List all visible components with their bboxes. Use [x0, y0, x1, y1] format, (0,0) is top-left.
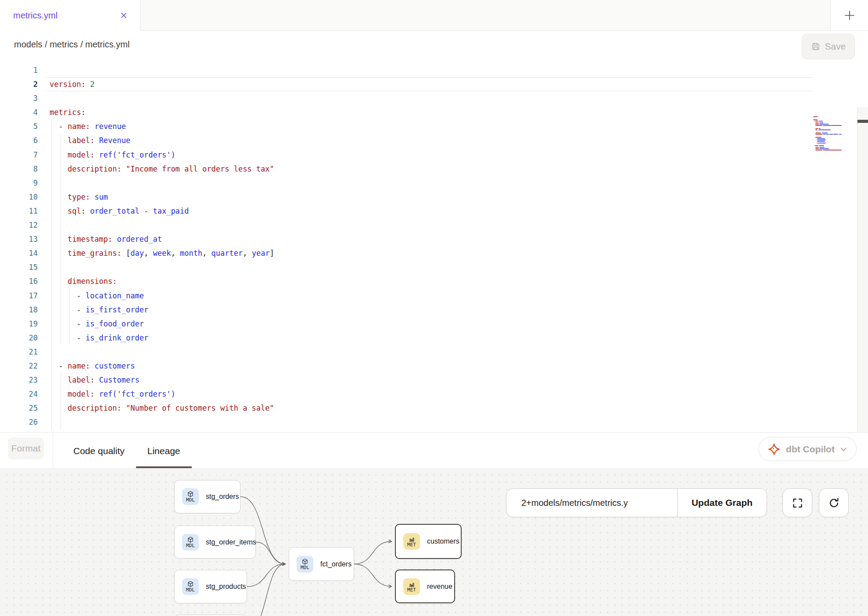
- tab-metrics-yml[interactable]: metrics.yml: [0, 0, 140, 31]
- minimap-line: [813, 141, 857, 142]
- tab-lineage-label: Lineage: [147, 446, 180, 456]
- minimap-line: [813, 148, 857, 149]
- code-line: [47, 91, 813, 105]
- line-number: 20: [0, 331, 38, 345]
- line-number: 18: [0, 303, 38, 317]
- plus-icon: [843, 9, 856, 21]
- code-line: dimensions:: [47, 274, 813, 288]
- tab-code-quality[interactable]: Code quality: [62, 433, 136, 469]
- refresh-button[interactable]: [819, 488, 849, 517]
- editor-scrollbar[interactable]: [857, 107, 868, 432]
- code-line: timestamp: ordered_at: [47, 232, 813, 246]
- line-number: 23: [0, 373, 38, 387]
- lineage-node-fct_orders[interactable]: MDLfct_orders: [289, 547, 354, 581]
- save-label: Save: [825, 41, 846, 52]
- mdl-badge-icon: MDL: [182, 488, 199, 505]
- code-lines: version: 2metrics: - name: revenue label…: [47, 63, 813, 429]
- code-line: - is_drink_order: [47, 331, 813, 345]
- node-label: customers: [427, 537, 459, 545]
- minimap-line: [813, 140, 857, 140]
- line-number: 25: [0, 401, 38, 415]
- tab-close-icon[interactable]: [118, 10, 129, 21]
- indent-guide: [51, 119, 52, 429]
- line-number: 8: [0, 162, 38, 176]
- code-line: - is_food_order: [47, 317, 813, 331]
- line-number: 12: [0, 218, 38, 232]
- code-line: type: sum: [47, 190, 813, 204]
- code-editor[interactable]: 1234567891011121314151617181920212223242…: [0, 54, 868, 432]
- lineage-node-revenue[interactable]: METrevenue: [395, 569, 455, 603]
- minimap-line: [813, 147, 857, 148]
- line-number: 21: [0, 345, 38, 359]
- active-tab-underline: [136, 466, 192, 468]
- met-badge-icon: MET: [403, 533, 420, 550]
- tab-lineage[interactable]: Lineage: [136, 433, 192, 469]
- minimap-line: [813, 135, 857, 136]
- code-line: [47, 176, 813, 190]
- minimap-line: [813, 118, 857, 119]
- chevron-down-icon: [840, 446, 847, 452]
- line-number: 9: [0, 176, 38, 190]
- lineage-canvas[interactable]: MDLstg_ordersMDLstg_order_itemsMDLstg_pr…: [0, 469, 868, 616]
- fullscreen-icon: [792, 497, 803, 509]
- copilot-label: dbt Copilot: [786, 444, 835, 455]
- line-number: 16: [0, 274, 38, 288]
- tab-title: metrics.yml: [13, 11, 118, 21]
- toolbar-divider: [53, 433, 53, 469]
- indent-guide: [69, 289, 70, 345]
- minimap-line: [813, 128, 857, 129]
- code-line: model: ref('fct_orders'): [47, 387, 813, 401]
- indent-guide: [61, 134, 61, 345]
- lineage-filter-input[interactable]: [506, 489, 677, 517]
- minimap-line: [813, 126, 857, 127]
- code-line: version: 2: [47, 77, 813, 91]
- code-line: - is_first_order: [47, 303, 813, 317]
- line-number-gutter: 1234567891011121314151617181920212223242…: [0, 63, 38, 429]
- save-button[interactable]: Save: [802, 34, 855, 59]
- scrollbar-thumb[interactable]: [857, 120, 868, 123]
- breadcrumb: models / metrics / metrics.yml: [14, 39, 129, 50]
- lineage-node-stg_orders[interactable]: MDLstg_orders: [174, 480, 240, 513]
- line-number: 24: [0, 387, 38, 401]
- code-line: [47, 218, 813, 232]
- save-icon: [811, 42, 821, 51]
- lineage-node-customers[interactable]: METcustomers: [395, 524, 462, 559]
- minimap-line: [813, 119, 857, 120]
- lineage-node-stg_products[interactable]: MDLstg_products: [174, 570, 247, 603]
- lineage-node-stg_order_items[interactable]: MDLstg_order_items: [174, 526, 256, 559]
- fullscreen-button[interactable]: [782, 488, 812, 517]
- format-button[interactable]: Format: [8, 437, 44, 459]
- code-line: description: "Income from all orders les…: [47, 162, 813, 176]
- code-line: [47, 345, 813, 359]
- minimap-line: [813, 121, 857, 122]
- line-number: 22: [0, 359, 38, 373]
- dbt-copilot-button[interactable]: dbt Copilot: [758, 437, 857, 461]
- minimap-line: [813, 138, 857, 139]
- line-number: 19: [0, 317, 38, 331]
- line-number: 5: [0, 119, 38, 133]
- update-graph-button[interactable]: Update Graph: [677, 489, 767, 517]
- code-line: label: Revenue: [47, 133, 813, 147]
- code-line: [47, 63, 813, 77]
- met-badge-icon: MET: [403, 578, 420, 595]
- minimap[interactable]: [813, 115, 857, 290]
- minimap-line: [813, 125, 857, 126]
- minimap-line: [813, 145, 857, 146]
- line-number: 17: [0, 289, 38, 303]
- line-number: 10: [0, 190, 38, 204]
- code-line: - name: revenue: [47, 119, 813, 133]
- node-label: fct_orders: [320, 560, 352, 568]
- minimap-line: [813, 124, 857, 125]
- line-number: 7: [0, 148, 38, 162]
- bottom-toolbar: Format Code quality Lineage dbt Copilot: [0, 432, 868, 469]
- minimap-line: [813, 115, 857, 116]
- line-number: 11: [0, 204, 38, 218]
- refresh-icon: [828, 497, 840, 509]
- tab-code-quality-label: Code quality: [73, 446, 125, 456]
- minimap-line: [813, 129, 857, 130]
- new-tab-button[interactable]: [830, 0, 868, 31]
- code-line: time_grains: [day, week, month, quarter,…: [47, 246, 813, 260]
- mdl-badge-icon: MDL: [297, 556, 313, 573]
- line-number: 1: [0, 63, 38, 77]
- minimap-line: [813, 151, 857, 152]
